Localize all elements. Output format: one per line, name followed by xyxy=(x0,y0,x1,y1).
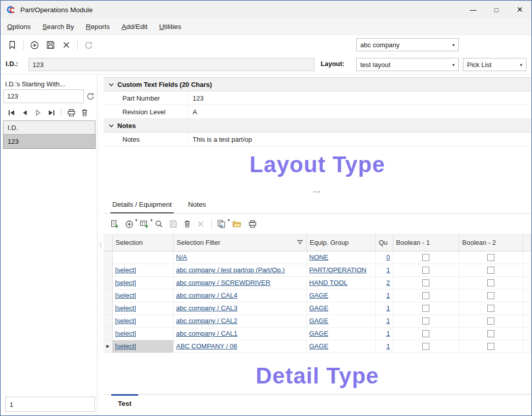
boolean-1-checkbox[interactable] xyxy=(422,279,429,286)
refresh-icon[interactable] xyxy=(83,40,94,51)
field-value[interactable]: This is a test part/op xyxy=(189,133,531,146)
copy-options-dropdown-icon[interactable]: ▾ xyxy=(217,218,226,230)
tab-test[interactable]: Test xyxy=(111,395,138,415)
column-header-boolean-2[interactable]: Boolean - 2 xyxy=(459,235,523,251)
save-icon[interactable] xyxy=(45,40,56,51)
quantity-link[interactable]: 2 xyxy=(386,279,390,286)
boolean-1-checkbox[interactable] xyxy=(422,330,429,337)
boolean-2-checkbox[interactable] xyxy=(487,292,494,299)
filter-link[interactable]: abc company / CAL3 xyxy=(176,304,238,312)
id-input[interactable] xyxy=(28,58,315,71)
section-header-custom-text-fields[interactable]: Custom Text Fields (20 Chars) xyxy=(104,78,531,91)
column-header-quantity[interactable]: Qu xyxy=(375,235,393,251)
field-value[interactable]: 123 xyxy=(189,91,531,105)
delete-x-icon[interactable] xyxy=(60,40,72,51)
filter-link[interactable]: N/A xyxy=(176,253,187,261)
section-header-notes[interactable]: Notes xyxy=(104,119,531,133)
equip-group-link[interactable]: GAGE xyxy=(309,342,329,350)
filter-link[interactable]: abc company / CAL2 xyxy=(176,317,238,325)
field-value[interactable]: A xyxy=(189,105,531,118)
cancel-edit-icon[interactable] xyxy=(197,218,204,230)
quantity-link[interactable]: 1 xyxy=(386,342,390,350)
column-header-selection[interactable]: Selection xyxy=(112,235,173,251)
previous-record-icon[interactable] xyxy=(18,107,32,118)
select-link[interactable]: [select] xyxy=(115,342,136,350)
company-combobox[interactable]: abc company ▾ xyxy=(356,38,459,51)
id-list-row[interactable]: 123 xyxy=(3,135,96,149)
menu-utilities[interactable]: Utilities xyxy=(159,23,181,30)
boolean-2-checkbox[interactable] xyxy=(487,267,494,274)
close-button[interactable]: ✕ xyxy=(508,1,531,19)
picklist-combobox[interactable]: Pick List ▾ xyxy=(463,58,526,71)
filter-link[interactable]: abc company / CAL4 xyxy=(176,292,238,299)
menu-reports[interactable]: Reports xyxy=(86,23,110,30)
menu-add-edit[interactable]: Add/Edit xyxy=(121,23,147,30)
boolean-1-checkbox[interactable] xyxy=(422,292,429,299)
select-link[interactable]: [select] xyxy=(115,279,136,286)
boolean-2-checkbox[interactable] xyxy=(487,330,494,337)
select-link[interactable]: [select] xyxy=(115,304,136,312)
bookmark-icon[interactable] xyxy=(7,40,18,51)
insert-row-icon[interactable] xyxy=(110,218,119,230)
equip-group-link[interactable]: GAGE xyxy=(309,317,329,325)
column-header-boolean-1[interactable]: Boolean - 1 xyxy=(393,235,459,251)
quantity-link[interactable]: 1 xyxy=(386,317,390,325)
delete-detail-icon[interactable] xyxy=(183,218,191,230)
add-record-icon[interactable] xyxy=(29,40,40,51)
equip-group-link[interactable]: GAGE xyxy=(309,292,329,299)
select-link[interactable]: [select] xyxy=(115,330,136,337)
last-record-icon[interactable] xyxy=(45,107,58,118)
first-record-icon[interactable] xyxy=(5,107,18,118)
boolean-2-checkbox[interactable] xyxy=(487,343,494,350)
horizontal-splitter[interactable]: ••• xyxy=(104,188,531,195)
boolean-1-checkbox[interactable] xyxy=(422,343,429,350)
tab-notes[interactable]: Notes xyxy=(187,201,207,213)
column-header-selection-filter[interactable]: Selection Filter xyxy=(173,235,306,251)
filter-sort-icon[interactable] xyxy=(297,239,303,246)
quantity-link[interactable]: 0 xyxy=(386,253,390,261)
add-grid-dropdown-icon[interactable]: ▾ xyxy=(140,218,149,230)
filter-link[interactable]: abc company / SCREWDRIVER xyxy=(176,279,271,286)
id-list-column-header[interactable]: I.D. xyxy=(3,120,96,135)
equip-group-link[interactable]: NONE xyxy=(309,253,329,261)
quantity-link[interactable]: 1 xyxy=(386,304,390,312)
print-icon[interactable] xyxy=(65,107,78,118)
add-detail-dropdown-icon[interactable]: ▾ xyxy=(125,218,134,230)
save-detail-icon[interactable] xyxy=(169,218,177,230)
equip-group-link[interactable]: PART/OPERATION xyxy=(309,266,367,274)
starting-with-input[interactable] xyxy=(4,89,84,103)
vertical-splitter[interactable]: ⋮ xyxy=(97,75,104,415)
delete-record-icon[interactable] xyxy=(78,107,91,118)
refresh-icon[interactable] xyxy=(86,92,95,102)
boolean-1-checkbox[interactable] xyxy=(422,317,429,325)
maximize-button[interactable]: □ xyxy=(485,1,508,19)
next-record-icon[interactable] xyxy=(32,107,45,118)
boolean-2-checkbox[interactable] xyxy=(487,254,494,261)
equip-group-link[interactable]: GAGE xyxy=(309,304,329,312)
layout-combobox[interactable]: test layout ▾ xyxy=(356,58,459,71)
select-link[interactable]: [select] xyxy=(115,266,136,274)
filter-link[interactable]: ABC COMPANY / 06 xyxy=(176,342,237,350)
column-header-equip-group[interactable]: Equip. Group xyxy=(306,235,375,251)
quantity-link[interactable]: 1 xyxy=(386,266,390,274)
quantity-link[interactable]: 1 xyxy=(386,330,390,337)
select-link[interactable]: [select] xyxy=(115,317,136,325)
print-detail-icon[interactable] xyxy=(248,218,257,230)
open-folder-icon[interactable] xyxy=(232,218,242,230)
equip-group-link[interactable]: HAND TOOL xyxy=(309,279,348,286)
boolean-1-checkbox[interactable] xyxy=(422,254,429,261)
menu-search-by[interactable]: Search By xyxy=(43,23,74,30)
search-icon[interactable] xyxy=(155,218,163,230)
menu-options[interactable]: Options xyxy=(7,23,31,30)
boolean-2-checkbox[interactable] xyxy=(487,305,494,312)
record-number-input[interactable] xyxy=(5,397,95,412)
minimize-button[interactable]: — xyxy=(461,1,485,19)
boolean-1-checkbox[interactable] xyxy=(422,305,429,312)
equip-group-link[interactable]: GAGE xyxy=(309,330,329,337)
boolean-2-checkbox[interactable] xyxy=(487,279,494,286)
filter-link[interactable]: abc company / test part/op (Part/Op.) xyxy=(176,266,285,274)
select-link[interactable]: [select] xyxy=(115,292,136,299)
filter-link[interactable]: abc company / CAL1 xyxy=(176,330,238,337)
boolean-2-checkbox[interactable] xyxy=(487,317,494,325)
tab-details-equipment[interactable]: Details / Equipment xyxy=(111,201,173,213)
